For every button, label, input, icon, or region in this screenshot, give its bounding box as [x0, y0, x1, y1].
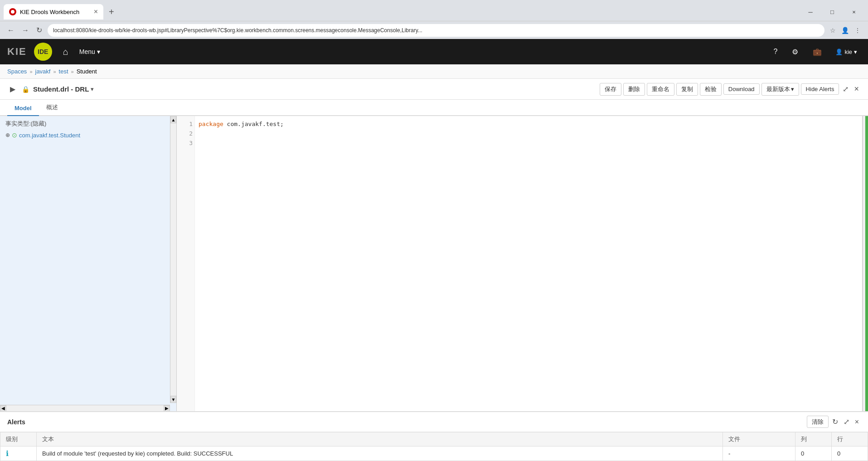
- breadcrumb-sep3: »: [71, 69, 74, 74]
- fact-type-item: ⊕ ⊙ com.javakf.test.Student: [5, 131, 171, 139]
- code-content[interactable]: package com.javakf.test;: [195, 116, 862, 411]
- profile-button[interactable]: 👤: [839, 25, 851, 36]
- panel-horizontal-scrollbar[interactable]: ◀ ▶: [0, 405, 170, 411]
- copy-button[interactable]: 复制: [676, 83, 698, 96]
- fact-type-link[interactable]: com.javakf.test.Student: [19, 132, 80, 139]
- toolbar-buttons: 保存 删除 重命名 复制 检验 Download 最新版本 ▾ Hide Ale…: [600, 82, 861, 96]
- user-icon: 👤: [835, 49, 843, 55]
- user-button[interactable]: 👤 kie ▾: [832, 47, 861, 57]
- alerts-maximize-button[interactable]: ⤢: [842, 416, 851, 428]
- rename-button[interactable]: 重命名: [647, 83, 674, 96]
- scroll-up-button[interactable]: ▲: [170, 116, 176, 123]
- alert-row: ℹ Build of module 'test' (requested by k…: [0, 446, 868, 461]
- browser-tab[interactable]: KIE Drools Workbench ×: [4, 4, 103, 19]
- user-arrow-icon: ▾: [854, 49, 857, 55]
- alert-row-cell: 0: [832, 446, 868, 461]
- ide-badge: IDE: [34, 43, 52, 61]
- kie-logo: KIE: [7, 46, 27, 58]
- alert-level-icon: ℹ: [6, 450, 9, 457]
- alert-text-cell: Build of module 'test' (requested by kie…: [37, 446, 723, 461]
- col-header-level: 级别: [0, 432, 37, 446]
- alert-file-cell: -: [723, 446, 795, 461]
- help-button[interactable]: ?: [769, 45, 782, 58]
- alerts-table: 级别 文本 文件 列 行 ℹ Build of module 'test' (r…: [0, 432, 868, 461]
- file-header: ▶ 🔒 Student.drl - DRL ▾ 保存 删除 重命名 复制 检验 …: [0, 79, 868, 100]
- download-button[interactable]: Download: [723, 83, 760, 95]
- reload-button[interactable]: ↻: [34, 24, 44, 36]
- save-button[interactable]: 保存: [600, 83, 621, 96]
- alerts-table-header: 级别 文本 文件 列 行: [0, 432, 868, 446]
- breadcrumb-spaces[interactable]: Spaces: [7, 68, 27, 75]
- alert-col-cell: 0: [795, 446, 832, 461]
- hide-alerts-button[interactable]: Hide Alerts: [801, 83, 839, 95]
- col-header-text: 文本: [37, 432, 723, 446]
- tab-overview[interactable]: 概述: [39, 100, 65, 116]
- svg-point-0: [11, 10, 15, 14]
- content-area: ▶ 🔒 Student.drl - DRL ▾ 保存 删除 重命名 复制 检验 …: [0, 79, 868, 461]
- breadcrumb-sep1: »: [29, 69, 32, 74]
- delete-button[interactable]: 删除: [623, 83, 645, 96]
- alerts-toolbar: 清除 ↻ ⤢ ×: [807, 416, 861, 428]
- alerts-refresh-button[interactable]: ↻: [830, 416, 840, 428]
- scroll-right-button[interactable]: ▶: [164, 405, 170, 412]
- panel-vertical-scrollbar[interactable]: ▲ ▼: [170, 116, 176, 403]
- breadcrumb: Spaces » javakf » test » Student: [0, 64, 868, 79]
- window-maximize-button[interactable]: □: [822, 4, 843, 19]
- breadcrumb-javakf[interactable]: javakf: [35, 68, 51, 75]
- validate-button[interactable]: 检验: [700, 83, 722, 96]
- window-close-button[interactable]: ×: [844, 4, 864, 19]
- code-editor[interactable]: 1 2 3 package com.javakf.test;: [177, 116, 863, 411]
- home-button[interactable]: ⌂: [61, 45, 70, 59]
- menu-dots-button[interactable]: ⋮: [853, 25, 863, 36]
- editor-area: 事实类型:(隐藏) ⊕ ⊙ com.javakf.test.Student ▲ …: [0, 116, 868, 411]
- tab-model[interactable]: Model: [7, 101, 39, 116]
- latest-version-button[interactable]: 最新版本 ▾: [761, 83, 799, 96]
- fact-type-expand-icon[interactable]: ⊕: [5, 132, 10, 138]
- lock-icon: 🔒: [22, 86, 29, 93]
- code-line-2: [199, 129, 858, 139]
- breadcrumb-sep2: »: [53, 69, 56, 74]
- right-sidebar-scrollbar[interactable]: [863, 116, 868, 411]
- code-line-1: package com.javakf.test;: [199, 120, 858, 129]
- alerts-clear-button[interactable]: 清除: [807, 416, 829, 428]
- favicon-icon: [9, 8, 16, 15]
- line-numbers: 1 2 3: [177, 116, 195, 411]
- menu-label: Menu: [79, 48, 95, 55]
- file-title: Student.drl - DRL ▾: [33, 85, 596, 93]
- file-name: Student.drl - DRL: [33, 85, 89, 93]
- new-tab-button[interactable]: +: [105, 5, 118, 19]
- latest-version-label: 最新版本: [766, 85, 790, 93]
- menu-arrow-icon: ▾: [97, 48, 100, 55]
- col-header-file: 文件: [723, 432, 795, 446]
- latest-version-arrow-icon: ▾: [791, 86, 794, 92]
- line-number-2: 2: [179, 129, 193, 139]
- line-number-1: 1: [179, 120, 193, 129]
- menu-button[interactable]: Menu ▾: [76, 46, 104, 57]
- fact-types-header: 事实类型:(隐藏): [5, 120, 171, 128]
- line-number-3: 3: [179, 139, 193, 148]
- left-panel: 事实类型:(隐藏) ⊕ ⊙ com.javakf.test.Student ▲ …: [0, 116, 177, 411]
- bookmark-button[interactable]: ☆: [828, 25, 838, 36]
- back-button[interactable]: ←: [5, 24, 16, 36]
- file-dropdown-button[interactable]: ▾: [91, 86, 94, 92]
- tab-close-btn[interactable]: ×: [94, 8, 98, 16]
- alerts-close-button[interactable]: ×: [853, 416, 861, 428]
- settings-button[interactable]: ⚙: [787, 45, 803, 59]
- close-editor-button[interactable]: ×: [852, 82, 861, 96]
- tab-title: KIE Drools Workbench: [20, 9, 79, 15]
- fact-type-status-icon: ⊙: [12, 131, 17, 139]
- right-sidebar-indicator: [865, 116, 868, 411]
- breadcrumb-test[interactable]: test: [59, 68, 68, 75]
- expand-panel-button[interactable]: ▶: [7, 84, 18, 94]
- address-bar[interactable]: [48, 24, 824, 37]
- forward-button[interactable]: →: [20, 24, 31, 36]
- alerts-header: Alerts 清除 ↻ ⤢ ×: [0, 412, 868, 432]
- col-header-row: 行: [832, 432, 868, 446]
- briefcase-button[interactable]: 💼: [808, 45, 826, 59]
- maximize-editor-button[interactable]: ⤢: [841, 83, 850, 95]
- scroll-left-button[interactable]: ◀: [0, 405, 6, 412]
- scroll-down-button[interactable]: ▼: [170, 396, 176, 403]
- breadcrumb-current: Student: [77, 68, 97, 75]
- window-minimize-button[interactable]: ─: [800, 4, 821, 19]
- top-navbar: KIE IDE ⌂ Menu ▾ ? ⚙ 💼 👤 kie ▾: [0, 39, 868, 64]
